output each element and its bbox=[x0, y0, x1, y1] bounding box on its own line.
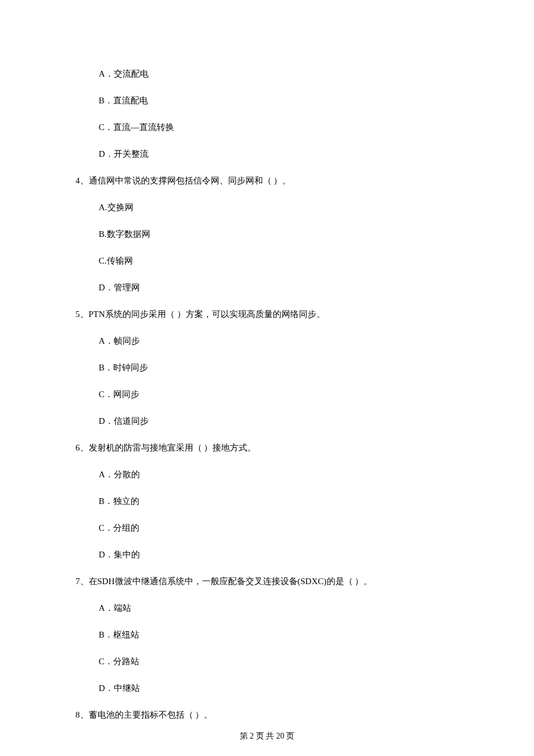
q5-text: 5、PTN系统的同步采用（ ）方案，可以实现高质量的网络同步。 bbox=[75, 307, 459, 321]
q5-option-d: D．信道同步 bbox=[75, 414, 459, 428]
q3-option-a: A．交流配电 bbox=[75, 67, 459, 81]
q3-option-c: C．直流—直流转换 bbox=[75, 120, 459, 134]
q6-option-d: D．集中的 bbox=[75, 548, 459, 561]
q4-option-b: B.数字数据网 bbox=[75, 227, 459, 241]
q5-option-a: A．帧同步 bbox=[75, 334, 459, 348]
q4-option-d: D．管理网 bbox=[75, 280, 459, 294]
q4-option-c: C.传输网 bbox=[75, 254, 459, 268]
q3-option-d: D．开关整流 bbox=[75, 147, 459, 161]
q6-text: 6、发射机的防雷与接地宜采用（ ）接地方式。 bbox=[75, 441, 459, 455]
q6-option-c: C．分组的 bbox=[75, 521, 459, 535]
q6-option-b: B．独立的 bbox=[75, 494, 459, 508]
page-content: A．交流配电 B．直流配电 C．直流—直流转换 D．开关整流 4、通信网中常说的… bbox=[0, 0, 534, 756]
page-footer: 第 2 页 共 20 页 bbox=[0, 731, 534, 741]
q7-text: 7、在SDH微波中继通信系统中，一般应配备交叉连接设备(SDXC)的是（ ）。 bbox=[75, 574, 459, 588]
q3-option-b: B．直流配电 bbox=[75, 93, 459, 107]
q5-option-c: C．网同步 bbox=[75, 387, 459, 401]
q4-text: 4、通信网中常说的支撑网包括信令网、同步网和（ ）。 bbox=[75, 174, 459, 188]
q7-option-d: D．中继站 bbox=[75, 681, 459, 695]
q5-option-b: B．时钟同步 bbox=[75, 361, 459, 375]
q7-option-a: A．端站 bbox=[75, 601, 459, 615]
q4-option-a: A.交换网 bbox=[75, 200, 459, 214]
q7-option-b: B．枢纽站 bbox=[75, 628, 459, 642]
q6-option-a: A．分散的 bbox=[75, 467, 459, 481]
q8-text: 8、蓄电池的主要指标不包括（ ）。 bbox=[75, 708, 459, 722]
q7-option-c: C．分路站 bbox=[75, 654, 459, 668]
